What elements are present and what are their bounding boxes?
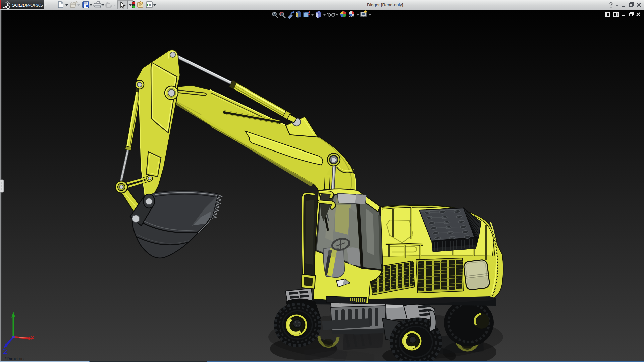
svg-text:*Dimetric: *Dimetric [5, 356, 24, 361]
svg-text:SOLIDWORKS: SOLIDWORKS [12, 3, 43, 8]
